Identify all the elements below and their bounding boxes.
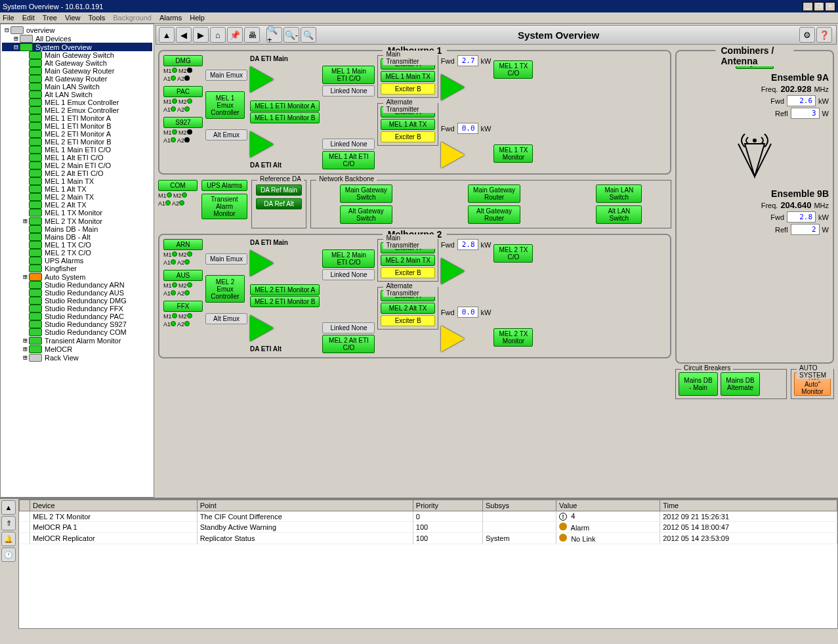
clock-button[interactable]: 🕐 [1, 547, 16, 562]
tree-node[interactable]: MEL 1 Alt ETI C/O [2, 154, 152, 161]
col-header[interactable]: Subsys [482, 500, 556, 511]
tree-node[interactable]: MEL 1 ETI Monitor A [2, 114, 152, 122]
tree-node[interactable]: ⊞Auto System [2, 272, 152, 281]
tree-node[interactable]: UPS Alarms [2, 257, 152, 265]
menu-edit[interactable]: Edit [22, 14, 35, 22]
menu-alarms[interactable]: Alarms [159, 14, 182, 22]
tree-node[interactable]: Studio Redundancy FFX [2, 305, 152, 312]
tree-node[interactable]: MEL 1 Alt TX [2, 185, 152, 193]
tree-node[interactable]: Alt Gateway Switch [2, 59, 152, 67]
table-row[interactable]: MEL 2 TX MonitorThe CIF Count Difference… [20, 511, 837, 522]
tree-node[interactable]: Main Gateway Router [2, 67, 152, 75]
close-button[interactable]: × [825, 2, 835, 11]
tree-node[interactable]: Studio Redundancy COM [2, 328, 152, 336]
tree-node[interactable]: MEL 2 Main ETI C/O [2, 161, 152, 169]
pin-icon[interactable]: 📌 [227, 27, 243, 43]
tree-node[interactable]: MEL 1 TX Monitor [2, 209, 152, 217]
menu-background[interactable]: Background [113, 14, 152, 22]
tree-node[interactable]: Studio Redundancy S927 [2, 320, 152, 328]
alarm-table[interactable]: DevicePointPrioritySubsysValueTime MEL 2… [19, 500, 837, 544]
ack-button[interactable]: ▲ [1, 500, 16, 515]
col-header[interactable]: Priority [413, 500, 482, 511]
menu-help[interactable]: Help [190, 14, 205, 22]
col-header[interactable]: Device [30, 500, 198, 511]
tx-alt-amp-icon [441, 142, 465, 168]
col-header[interactable]: Point [197, 500, 413, 511]
tree-node[interactable]: MEL 1 ETI Monitor B [2, 122, 152, 130]
up-icon[interactable]: ▲ [159, 27, 175, 43]
tree-node[interactable]: ⊞MelOCR [2, 345, 152, 353]
menu-tree[interactable]: Tree [43, 14, 57, 22]
input-btn[interactable]: AUS [163, 270, 203, 281]
tree-node[interactable]: Kingfisher [2, 265, 152, 272]
home-icon[interactable]: ⌂ [210, 27, 226, 43]
zoom-out-icon[interactable]: 🔍- [283, 27, 299, 43]
input-btn[interactable]: FFX [163, 301, 203, 312]
tree-node[interactable]: MEL 1 TX C/O [2, 241, 152, 249]
melbourne-1-group: Melbourne 1 DMGM1 M2A1 A2PACM1 M2A1 A2S9… [158, 50, 671, 175]
tree-node[interactable]: Mains DB - Main [2, 225, 152, 233]
melbourne-2-group: Melbourne 2 ARNM1 M2A1 A2AUSM1 M2A1 A2FF… [158, 234, 671, 358]
combiners-antenna-group: Combiners / Antenna Kingfisher Ensemble … [675, 50, 834, 364]
tree-node[interactable]: MEL 2 ETI Monitor B [2, 138, 152, 146]
tree-node[interactable]: MEL 2 Main TX [2, 193, 152, 201]
tree-node[interactable]: MEL 1 Emux Controller [2, 98, 152, 106]
menu-file[interactable]: File [3, 14, 14, 22]
table-row[interactable]: MelOCR ReplicatorReplicator Status100Sys… [20, 533, 837, 544]
minimize-button[interactable]: _ [803, 2, 813, 11]
table-row[interactable]: MelOCR PA 1Standby Active Warning100 Ala… [20, 522, 837, 533]
menu-tools[interactable]: Tools [89, 14, 106, 22]
tree-node[interactable]: ⊞All Devices [2, 34, 152, 43]
alarm-panel: ▲ ⇑ 🔔 🕐 DevicePointPrioritySubsysValueTi… [0, 498, 838, 629]
input-btn[interactable]: DMG [163, 55, 203, 66]
tree-node[interactable]: ⊟System Overview [2, 43, 152, 51]
tree-node[interactable]: ⊟overview [2, 26, 152, 34]
tree-node[interactable]: MEL 2 TX C/O [2, 249, 152, 257]
tree-node[interactable]: Alt LAN Switch [2, 91, 152, 98]
tree-node[interactable]: Studio Redundancy ARN [2, 281, 152, 289]
tree-node[interactable]: MEL 2 Alt ETI C/O [2, 169, 152, 177]
zoom-in-icon[interactable]: 🔍+ [266, 27, 282, 43]
da-alt-amplifier-icon [250, 131, 274, 158]
input-btn[interactable]: PAC [163, 86, 203, 97]
toolbar: ▲ ◀ ▶ ⌂ 📌 🖶 🔍+ 🔍- 🔍 System Overview ⚙ ❓ [156, 25, 837, 45]
help-icon[interactable]: ❓ [816, 27, 832, 43]
input-btn[interactable]: ARN [163, 239, 203, 250]
tree-node[interactable]: Alt Gateway Router [2, 75, 152, 83]
tree-node[interactable]: Studio Redundancy AUS [2, 289, 152, 297]
tree-node[interactable]: MEL 2 ETI Monitor A [2, 130, 152, 138]
tree-node[interactable]: MEL 1 Main ETI C/O [2, 146, 152, 154]
restore-button[interactable]: ❐ [814, 2, 824, 11]
menu-bar: FileEditTreeViewToolsBackgroundAlarmsHel… [0, 12, 838, 24]
tree-node[interactable]: MEL 2 Alt TX [2, 201, 152, 209]
alt-emux-button[interactable]: Alt Emux [205, 129, 247, 140]
tree-node[interactable]: Studio Redundancy DMG [2, 297, 152, 305]
scroll-up-button[interactable]: ⇑ [1, 516, 16, 530]
window-title: System Overview - 10.61.0.191 [3, 3, 103, 11]
main-transmitter-group: Main Transmitter Exciter A MEL 1 Main TX… [377, 55, 438, 98]
input-btn[interactable]: S927 [163, 117, 203, 128]
tree-node[interactable]: Main LAN Switch [2, 83, 152, 91]
svg-point-0 [753, 139, 757, 142]
main-emux-button[interactable]: Main Emux [205, 70, 247, 81]
print-icon[interactable]: 🖶 [244, 27, 260, 43]
tx-main-amp-icon [441, 74, 465, 100]
tree-node[interactable]: ⊞Rack View [2, 353, 152, 362]
tree-node[interactable]: MEL 2 Emux Controller [2, 106, 152, 114]
tree-panel[interactable]: ⊟overview⊞All Devices⊟System OverviewMai… [0, 24, 154, 498]
tree-node[interactable]: ⊞MEL 2 TX Monitor [2, 217, 152, 225]
menu-view[interactable]: View [65, 14, 81, 22]
tree-node[interactable]: Main Gateway Switch [2, 51, 152, 59]
mute-button[interactable]: 🔔 [1, 532, 16, 546]
forward-icon[interactable]: ▶ [193, 27, 209, 43]
col-header[interactable]: Value [556, 500, 660, 511]
col-header[interactable]: Time [660, 500, 837, 511]
tree-node[interactable]: Mains DB - Alt [2, 233, 152, 241]
tree-node[interactable]: MEL 1 Main TX [2, 177, 152, 185]
emux-controller-button[interactable]: MEL 1 Emux Controller [205, 91, 245, 119]
zoom-fit-icon[interactable]: 🔍 [301, 27, 316, 43]
tree-node[interactable]: ⊞Transient Alarm Monitor [2, 336, 152, 345]
back-icon[interactable]: ◀ [176, 27, 192, 43]
tree-node[interactable]: Studio Redundancy PAC [2, 312, 152, 320]
gear-icon[interactable]: ⚙ [799, 27, 815, 43]
